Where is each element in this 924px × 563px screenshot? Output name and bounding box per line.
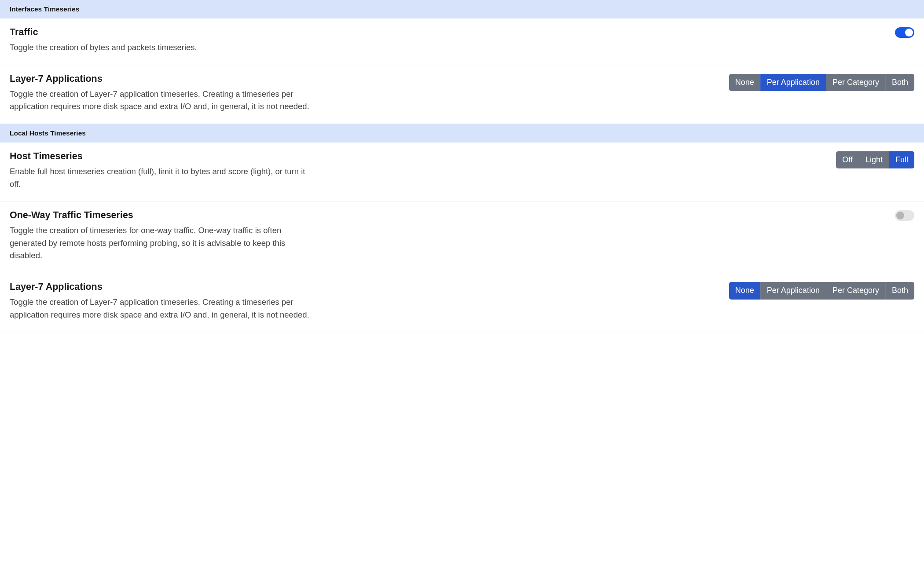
toggle-knob: [896, 212, 904, 219]
setting-description: Toggle the creation of bytes and packets…: [10, 41, 318, 54]
setting-info: Layer-7 Applications Toggle the creation…: [10, 281, 318, 321]
l7-apps-hosts-btngroup: None Per Application Per Category Both: [729, 282, 914, 299]
btn-both[interactable]: Both: [885, 282, 914, 299]
btn-per-category[interactable]: Per Category: [826, 74, 885, 91]
setting-title: Host Timeseries: [10, 150, 318, 163]
btn-none[interactable]: None: [729, 74, 760, 91]
setting-description: Toggle the creation of Layer-7 applicati…: [10, 296, 318, 321]
setting-description: Enable full host timeseries creation (fu…: [10, 165, 318, 190]
setting-description: Toggle the creation of Layer-7 applicati…: [10, 88, 318, 113]
setting-title: Layer-7 Applications: [10, 281, 318, 293]
setting-info: Traffic Toggle the creation of bytes and…: [10, 26, 318, 54]
btn-full[interactable]: Full: [889, 151, 914, 168]
setting-control: None Per Application Per Category Both: [729, 281, 914, 299]
traffic-toggle[interactable]: [895, 27, 914, 38]
setting-description: Toggle the creation of timeseries for on…: [10, 224, 318, 262]
btn-off[interactable]: Off: [836, 151, 859, 168]
setting-row-traffic: Traffic Toggle the creation of bytes and…: [0, 18, 924, 65]
setting-title: Traffic: [10, 26, 318, 39]
btn-none[interactable]: None: [729, 282, 760, 299]
setting-control: None Per Application Per Category Both: [729, 73, 914, 91]
one-way-traffic-toggle[interactable]: [895, 210, 914, 221]
toggle-knob: [905, 29, 913, 37]
setting-control: [895, 26, 914, 40]
setting-info: Host Timeseries Enable full host timeser…: [10, 150, 318, 190]
section-header: Local Hosts Timeseries: [0, 124, 924, 143]
section-header: Interfaces Timeseries: [0, 0, 924, 18]
setting-control: [895, 209, 914, 223]
setting-info: Layer-7 Applications Toggle the creation…: [10, 73, 318, 113]
setting-title: One-Way Traffic Timeseries: [10, 209, 318, 222]
setting-row-one-way-traffic: One-Way Traffic Timeseries Toggle the cr…: [0, 201, 924, 273]
btn-both[interactable]: Both: [885, 74, 914, 91]
setting-row-host-timeseries: Host Timeseries Enable full host timeser…: [0, 143, 924, 201]
setting-title: Layer-7 Applications: [10, 73, 318, 85]
setting-control: Off Light Full: [836, 150, 914, 168]
setting-info: One-Way Traffic Timeseries Toggle the cr…: [10, 209, 318, 262]
btn-per-application[interactable]: Per Application: [760, 74, 826, 91]
btn-light[interactable]: Light: [859, 151, 889, 168]
btn-per-category[interactable]: Per Category: [826, 282, 885, 299]
host-timeseries-btngroup: Off Light Full: [836, 151, 914, 168]
setting-row-l7-apps-interfaces: Layer-7 Applications Toggle the creation…: [0, 65, 924, 124]
btn-per-application[interactable]: Per Application: [760, 282, 826, 299]
setting-row-l7-apps-hosts: Layer-7 Applications Toggle the creation…: [0, 273, 924, 332]
l7-apps-interfaces-btngroup: None Per Application Per Category Both: [729, 74, 914, 91]
